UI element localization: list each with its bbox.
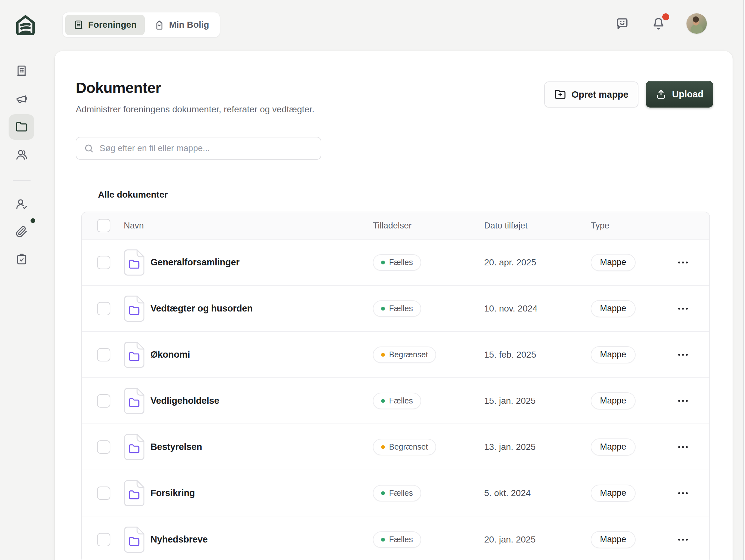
select-all-checkbox[interactable] bbox=[97, 219, 110, 232]
document-name[interactable]: Vedligeholdelse bbox=[151, 396, 219, 406]
folder-document-icon bbox=[124, 249, 145, 276]
permission-label: Begrænset bbox=[389, 442, 428, 452]
create-folder-button[interactable]: Opret mappe bbox=[544, 82, 639, 107]
table-row[interactable]: Forsikring Fælles 5. okt. 2024 Mappe bbox=[82, 470, 709, 517]
type-badge: Mappe bbox=[591, 531, 636, 548]
sidebar-notification-dot bbox=[31, 218, 35, 223]
table-row[interactable]: Vedligeholdelse Fælles 15. jan. 2025 Map… bbox=[82, 378, 709, 424]
notification-badge bbox=[662, 13, 669, 20]
table-header-row: Navn Tilladelser Dato tilføjet Type bbox=[82, 212, 709, 240]
megaphone-icon bbox=[15, 93, 28, 105]
date-added: 5. okt. 2024 bbox=[484, 488, 591, 498]
tab-min-bolig[interactable]: Min Bolig bbox=[146, 14, 217, 35]
date-added: 20. jan. 2025 bbox=[484, 534, 591, 545]
document-name[interactable]: Bestyrelsen bbox=[151, 442, 202, 452]
user-check-icon bbox=[15, 198, 28, 210]
documents-section-title: Alle dokumenter bbox=[98, 190, 168, 200]
row-checkbox[interactable] bbox=[97, 256, 110, 269]
avatar[interactable] bbox=[686, 13, 707, 34]
folder-plus-icon bbox=[554, 89, 566, 100]
sidebar-item-building[interactable] bbox=[9, 58, 34, 83]
row-menu-button[interactable] bbox=[678, 535, 709, 544]
sidebar-item-residents[interactable] bbox=[9, 142, 34, 167]
paperclip-icon bbox=[15, 226, 28, 238]
table-row[interactable]: Økonomi Begrænset 15. feb. 2025 Mappe bbox=[82, 332, 709, 378]
search-input[interactable] bbox=[100, 144, 313, 153]
permission-badge: Begrænset bbox=[373, 439, 436, 455]
row-menu-button[interactable] bbox=[678, 489, 709, 497]
document-name[interactable]: Generalforsamlinger bbox=[151, 257, 239, 268]
type-badge: Mappe bbox=[591, 392, 636, 409]
sidebar-item-approvals[interactable] bbox=[9, 191, 34, 217]
tab-foreningen[interactable]: Foreningen bbox=[65, 14, 145, 35]
row-checkbox[interactable] bbox=[97, 533, 110, 546]
date-added: 10. nov. 2024 bbox=[484, 304, 591, 314]
upload-icon bbox=[656, 89, 667, 100]
folder-document-icon bbox=[124, 341, 145, 368]
permission-label: Fælles bbox=[389, 535, 413, 544]
date-added: 13. jan. 2025 bbox=[484, 442, 591, 452]
document-name[interactable]: Økonomi bbox=[151, 349, 190, 360]
document-name[interactable]: Nyhedsbreve bbox=[151, 534, 208, 545]
row-menu-button[interactable] bbox=[678, 258, 709, 267]
date-added: 15. jan. 2025 bbox=[484, 396, 591, 406]
permission-badge: Fælles bbox=[373, 300, 421, 317]
users-icon bbox=[15, 149, 28, 161]
type-badge: Mappe bbox=[591, 438, 636, 456]
document-name[interactable]: Forsikring bbox=[151, 488, 195, 498]
scrollbar[interactable] bbox=[743, 0, 745, 560]
table-row[interactable]: Nyhedsbreve Fælles 20. jan. 2025 Mappe bbox=[82, 517, 709, 560]
permission-dot-icon bbox=[381, 353, 385, 357]
row-checkbox[interactable] bbox=[97, 487, 110, 500]
column-header-tilladelser: Tilladelser bbox=[373, 221, 484, 231]
folder-document-icon bbox=[124, 387, 145, 414]
page-title: Dokumenter bbox=[76, 79, 161, 96]
sidebar-item-documents[interactable] bbox=[9, 114, 34, 140]
row-menu-button[interactable] bbox=[678, 443, 709, 451]
type-badge: Mappe bbox=[591, 300, 636, 317]
row-checkbox[interactable] bbox=[97, 348, 110, 362]
row-checkbox[interactable] bbox=[97, 302, 110, 315]
folder-document-icon bbox=[124, 295, 145, 322]
feedback-button[interactable] bbox=[614, 15, 630, 32]
permission-label: Fælles bbox=[389, 258, 413, 267]
column-header-type: Type bbox=[591, 221, 678, 231]
sidebar-item-attachments[interactable] bbox=[9, 219, 34, 244]
folder-document-icon bbox=[124, 526, 145, 553]
table-row[interactable]: Generalforsamlinger Fælles 20. apr. 2025… bbox=[82, 240, 709, 286]
context-tab-switcher: Foreningen Min Bolig bbox=[62, 12, 220, 37]
permission-label: Fælles bbox=[389, 304, 413, 313]
sidebar-item-tasks[interactable] bbox=[9, 247, 34, 272]
row-checkbox[interactable] bbox=[97, 440, 110, 454]
column-header-navn: Navn bbox=[124, 221, 373, 231]
table-row[interactable]: Vedtægter og husorden Fælles 10. nov. 20… bbox=[82, 286, 709, 332]
row-menu-button[interactable] bbox=[678, 351, 709, 359]
search-icon bbox=[84, 144, 94, 153]
sidebar-item-announcements[interactable] bbox=[9, 86, 34, 112]
documents-page: Dokumenter Administrer foreningens dokum… bbox=[55, 51, 733, 560]
folder-icon bbox=[15, 121, 28, 133]
documents-table-body: Generalforsamlinger Fælles 20. apr. 2025… bbox=[82, 240, 709, 560]
permission-badge: Fælles bbox=[373, 254, 421, 271]
topbar-actions bbox=[614, 13, 707, 34]
permission-label: Fælles bbox=[389, 489, 413, 498]
row-checkbox[interactable] bbox=[97, 394, 110, 408]
notifications-button[interactable] bbox=[650, 15, 667, 32]
date-added: 15. feb. 2025 bbox=[484, 350, 591, 360]
permission-dot-icon bbox=[381, 399, 385, 403]
type-badge: Mappe bbox=[591, 346, 636, 363]
permission-dot-icon bbox=[381, 307, 385, 311]
permission-dot-icon bbox=[381, 260, 385, 265]
search-box[interactable] bbox=[76, 137, 321, 160]
table-row[interactable]: Bestyrelsen Begrænset 13. jan. 2025 Mapp… bbox=[82, 424, 709, 470]
app-logo-icon[interactable] bbox=[13, 13, 37, 37]
chat-smile-icon bbox=[615, 17, 629, 31]
home-icon bbox=[154, 20, 164, 30]
row-menu-button[interactable] bbox=[678, 397, 709, 405]
document-name[interactable]: Vedtægter og husorden bbox=[151, 303, 253, 314]
upload-button[interactable]: Upload bbox=[646, 81, 713, 107]
upload-label: Upload bbox=[672, 89, 703, 100]
permission-dot-icon bbox=[381, 538, 385, 541]
row-menu-button[interactable] bbox=[678, 305, 709, 313]
permission-badge: Begrænset bbox=[373, 346, 436, 363]
